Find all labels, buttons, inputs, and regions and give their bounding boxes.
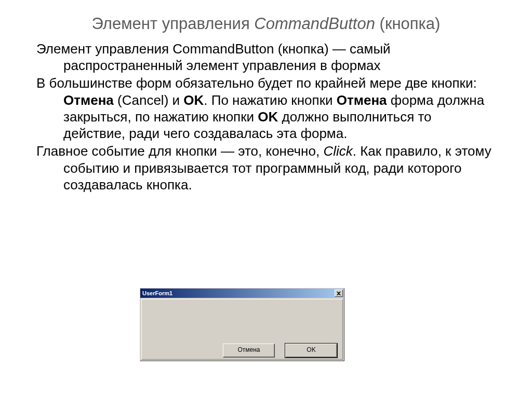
p2-f: Отмена bbox=[337, 92, 387, 108]
paragraph-2: В большинстве форм обязательно будет по … bbox=[36, 75, 496, 142]
p2-e: . По нажатию кнопки bbox=[204, 92, 336, 108]
userform-client-area: Отмена OK bbox=[140, 298, 344, 361]
body-text: Элемент управления CommandButton (кнопка… bbox=[36, 40, 496, 193]
p2-c: (Cancel) и bbox=[114, 92, 183, 108]
cancel-button[interactable]: Отмена bbox=[223, 344, 275, 358]
p2-b: Отмена bbox=[63, 92, 114, 108]
p2-a: В большинстве форм обязательно будет по … bbox=[36, 75, 477, 91]
paragraph-3: Главное событие для кнопки — это, конечн… bbox=[36, 143, 496, 193]
slide: Элемент управления CommandButton (кнопка… bbox=[0, 0, 532, 398]
userform-window: UserForm1 Отмена OK bbox=[140, 288, 344, 361]
ok-button[interactable]: OK bbox=[285, 344, 337, 358]
userform-titlebar[interactable]: UserForm1 bbox=[140, 288, 344, 298]
close-icon bbox=[337, 292, 341, 295]
p3-b: Click bbox=[323, 143, 352, 159]
page-title: Элемент управления CommandButton (кнопка… bbox=[36, 15, 496, 33]
p3-a: Главное событие для кнопки — это, конечн… bbox=[36, 143, 323, 159]
userform-inner: Отмена OK bbox=[141, 299, 343, 360]
p2-d: OK bbox=[183, 92, 204, 108]
close-button[interactable] bbox=[335, 290, 343, 297]
paragraph-1: Элемент управления CommandButton (кнопка… bbox=[36, 40, 496, 74]
title-suffix: (кнопка) bbox=[375, 15, 440, 33]
userform-title: UserForm1 bbox=[142, 289, 172, 298]
title-prefix: Элемент управления bbox=[92, 15, 255, 33]
title-italic: CommandButton bbox=[254, 15, 375, 33]
p2-h: OK bbox=[258, 109, 278, 125]
